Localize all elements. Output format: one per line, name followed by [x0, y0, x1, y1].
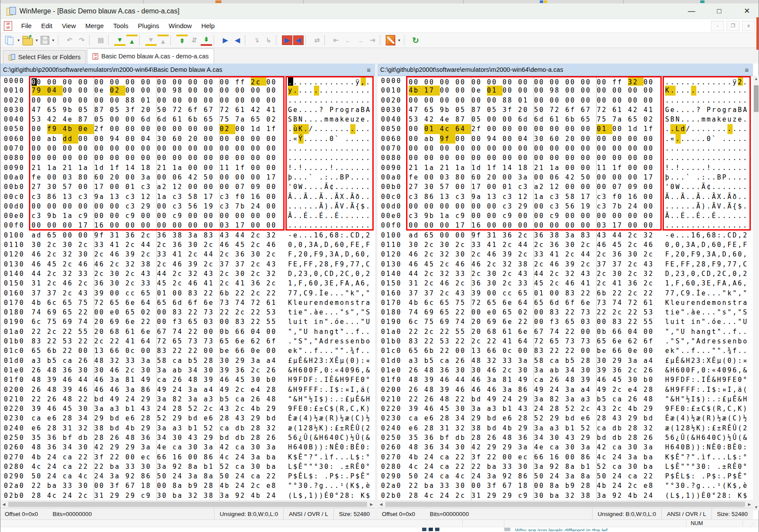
hex-row[interactable]: 004053424e870500006d6d616b65757a6502SBN.… [378, 115, 753, 124]
hex-row[interactable]: 01906c75697420696e2200f3650300832255luit… [378, 317, 753, 327]
previous-difference-icon[interactable]: ▲ [126, 35, 138, 46]
hex-row[interactable]: 01b0832253222c22416472657373656e626f."S"… [0, 337, 375, 346]
hex-row[interactable]: 00c0c38613c39a13c3121ac35817c3f01600Ã..Ã… [378, 192, 753, 202]
right-hex-view[interactable]: 000000000000000000000000000000ff3200....… [378, 76, 753, 500]
hex-row[interactable]: 0110302c302c33412c442c36302c46452c460,0,… [0, 240, 375, 250]
hex-row[interactable]: 006000abdd00009400043060200000000000.«Ý.… [0, 134, 375, 144]
hex-row[interactable]: 0230cae6283429bde6285229bde6284329bdÊæ(4… [378, 413, 753, 423]
hex-row[interactable]: 016037372c433900cc65010083226b222c2277,C… [0, 288, 375, 298]
hex-row[interactable]: 01704b6c657572656e64656d6f6e73747261Kleu… [378, 298, 753, 308]
scroll-up-icon[interactable]: ▲ [753, 77, 759, 81]
hex-row[interactable]: 0260483634304229293a4eca303a42ca303aH640… [0, 442, 375, 452]
hex-row[interactable]: 02a022ba3330003f6718008ab9284b242ce8"°30… [378, 481, 753, 490]
last-file-icon[interactable]: ⇥ [367, 35, 378, 46]
menu-plugins[interactable]: Plugins [133, 19, 164, 32]
menu-window[interactable]: Window [164, 19, 196, 32]
scroll-right-icon[interactable]: ▶ [368, 502, 375, 506]
hex-row[interactable]: 005000014c642f0000000000000001001d1f..Ld… [378, 124, 753, 134]
hex-row[interactable]: 002000000000000088010000000000000000....… [378, 96, 753, 105]
hex-row[interactable]: 0220394645303aa3b1432428522c432c4b299FE0… [378, 404, 753, 413]
hex-row[interactable]: 02704b24ca223f2200ec661600864c243abaK$Ê"… [0, 452, 375, 462]
hex-row[interactable]: 0120462c32302c46392c33412c442c36302cF,20… [0, 250, 375, 259]
hex-row[interactable]: 01e02648363030462c303aab343039362c26&H60… [378, 365, 753, 375]
hex-row[interactable]: 01f048394644463a8149ca264839464530b0H9FD… [378, 375, 753, 385]
right-horizontal-scrollbar[interactable]: ◀ ▶ [378, 500, 753, 508]
hex-row[interactable]: 01a0222c22552068616e677422000b660400","U… [378, 327, 753, 337]
hex-row[interactable]: 007000000000000000000000000000000000....… [0, 144, 375, 153]
redo-icon[interactable]: ↷ [76, 35, 87, 46]
hex-row[interactable]: 0100ad6500009f31362c36383a8343442c32-e..… [0, 231, 375, 240]
hex-row[interactable]: 01c0656b220013660c0083222200be660e00ek".… [0, 346, 375, 356]
close-button[interactable]: ✕ [740, 6, 754, 16]
current-difference-icon[interactable]: ⇵ [189, 35, 200, 46]
hex-row[interactable]: 00a0fe0003806020003a0006425000000017þ...… [0, 173, 375, 182]
left-hex-view[interactable]: 000000000000000000000000000000ff2c00....… [0, 76, 375, 500]
hex-row[interactable]: 00d0000000000000c32900c35619c37b2400....… [378, 202, 753, 211]
header-menu-icon[interactable]: ≡ [365, 66, 372, 74]
maximize-button[interactable]: □ [712, 7, 727, 16]
copy-left-icon[interactable]: ◀ [232, 35, 243, 46]
hex-row[interactable]: 01807469652200e0650200832273222c2253tie"… [0, 308, 375, 317]
hex-row[interactable]: 00104b1700000e0100000098000000000000K...… [378, 86, 753, 95]
prev-diff-disabled-icon[interactable]: ▲ [157, 35, 169, 46]
hex-row[interactable]: 01704b6c657572656e64656d6f6e73747261Kleu… [0, 298, 375, 308]
copy-right-file-icon[interactable]: ▶ [282, 35, 292, 45]
hex-row[interactable]: 0010790400000e0200000098000000000000y...… [0, 86, 375, 95]
hex-row[interactable]: 00b027305700170001c3a212000000070900'0W.… [378, 182, 753, 192]
hex-row[interactable]: 0100ad6500009f31362c36383a8343442c32-e..… [378, 231, 753, 240]
menu-tools[interactable]: Tools [109, 19, 133, 32]
auto-merge-icon[interactable]: ⇄ [311, 35, 323, 46]
hex-row[interactable]: 01d0a3b5ca264832333a58cab52830293aa4£µÊ&… [0, 356, 375, 365]
hex-row[interactable]: 0140442c32332c302c43442c32432c302c32D,23… [378, 269, 753, 279]
copy-left-advance-icon[interactable]: ↳ [263, 35, 274, 46]
hex-row[interactable]: 003047659b0587053f2050726f6772614241Ge..… [0, 105, 375, 115]
hex-row[interactable]: 02905024ca4c243a928650243a8a5024ca22P$ÊL… [378, 471, 753, 481]
hex-row[interactable]: 000000000000000000000000000000ff3200....… [378, 76, 753, 86]
hex-row[interactable]: 0240e628313238bd4b293aa3b152cadb2832æ(12… [378, 423, 753, 433]
hex-row[interactable]: 00c0c38613c39a13c3121ac35817c3f01600Ã..Ã… [0, 192, 375, 202]
hex-row[interactable]: 0140442c32332c302c43442c32432c302c32D,23… [0, 269, 375, 279]
next-diff-disabled-icon[interactable]: ▼ [145, 35, 157, 46]
hex-row[interactable]: 004053424e870500006d6d616b65757a6502SBN.… [0, 115, 375, 124]
hex-row[interactable]: 00e0c39b1ac90000c90000c9000000000000Ã..É… [378, 211, 753, 221]
hex-row[interactable]: 013046452c46462c32382c46392c37372c43FE,F… [0, 260, 375, 269]
hex-row[interactable]: 0090211a211a1d1f1418211a0000111f0000!.!.… [378, 163, 753, 173]
hex-row[interactable]: 016037372c433900cc65010083226b222c2277,C… [378, 288, 753, 298]
dropdown-icon[interactable]: ▼ [50, 35, 56, 46]
hex-row[interactable]: 0220394645303aa3b1432428522c432c4b299FE0… [0, 404, 375, 413]
hex-row[interactable]: 021022264822bd4924293a823aa3b5ca2648"&H"… [0, 394, 375, 404]
menu-merge[interactable]: Merge [80, 19, 109, 32]
hex-row[interactable]: 0230cae6283429bde6285229bde6284329bdÊæ(4… [0, 413, 375, 423]
scrollbar-thumb[interactable] [8, 502, 367, 507]
hex-row[interactable]: 01f048394644463a8149ca264839464530b0H9FD… [0, 375, 375, 385]
mdi-restore-button[interactable]: ❐ [727, 21, 740, 31]
minimize-button[interactable]: — [684, 7, 699, 16]
hex-row[interactable]: 00b027305700170001c3a212000000070900'0W.… [0, 182, 375, 192]
hex-row[interactable]: 0110302c302c33412c442c36302c46452c460,0,… [378, 240, 753, 250]
last-difference-icon[interactable]: ⇟ [201, 35, 212, 46]
hex-row[interactable]: 000000000000000000000000000000ff2c00....… [0, 76, 375, 86]
hex-row[interactable]: 006000ab9f00009400043060200000000000.«..… [378, 134, 753, 144]
hex-row[interactable]: 01906c75697420696e2200f3650300832255luit… [0, 317, 375, 327]
tab-compare[interactable]: 1010Basic Demo blauw A.cas - demo-a.cas [87, 48, 214, 64]
hex-row[interactable]: 00d0000000000000c32900c35619c37b2400....… [0, 202, 375, 211]
hex-row[interactable]: 0150312c462c36302c33452c46412c41362c1,F,… [378, 279, 753, 288]
hex-row[interactable]: 02804c24ca2222ba33303a928ab152ca30baL$Ê"… [0, 462, 375, 471]
first-difference-icon[interactable]: ⇞ [176, 35, 188, 46]
hex-row[interactable]: 00f000000017160000000000000003170000....… [0, 221, 375, 230]
hex-row[interactable]: 0260483634304229293a4eca303a42ca303aH640… [378, 442, 753, 452]
menu-edit[interactable]: Edit [36, 19, 57, 32]
hex-row[interactable]: 0240e628313238bd4b293aa3b152cadb2832æ(12… [0, 423, 375, 433]
hex-row[interactable]: 01e02648363030462c303aab343039362c26&H60… [0, 365, 375, 375]
hex-row[interactable]: 013046452c46462c32382c46392c37372c43FE,F… [378, 260, 753, 269]
tab-select-files[interactable]: Select Files or Folders [3, 50, 86, 64]
new-file-icon[interactable] [3, 35, 15, 46]
hex-row[interactable]: 008000000000000000000000000000000000....… [0, 153, 375, 163]
hex-row[interactable]: 0090211a211a1d1f1418211a0000111f0000!.!.… [0, 163, 375, 173]
hex-row[interactable]: 02905024ca4c243a928650243a8a5024ca22P$ÊL… [0, 471, 375, 481]
scroll-left-icon[interactable]: ◀ [378, 502, 384, 506]
hex-row[interactable]: 02002648394646463a8649243aa4492ce428&H9F… [0, 385, 375, 394]
hex-row[interactable]: 00a0fe0003806020003a0006425000000017þ...… [378, 173, 753, 182]
hex-row[interactable]: 02002648394646463a8649243aa4492ce428&H9F… [378, 385, 753, 394]
hex-row[interactable]: 02503536bfdb2826483634304329bddb282656¿Û… [0, 433, 375, 442]
